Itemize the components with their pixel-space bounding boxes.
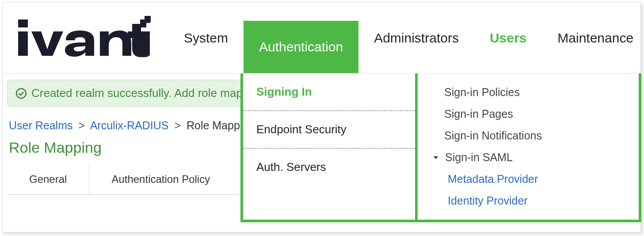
topbar: System Authentication Administrators Use…: [3, 3, 640, 74]
authentication-dropdown: Signing In Endpoint Security Auth. Serve…: [240, 74, 641, 222]
submenu-identity-provider[interactable]: Identity Provider: [431, 190, 625, 212]
menu-endpoint-security[interactable]: Endpoint Security: [243, 111, 415, 149]
submenu-signin-policies[interactable]: Sign-in Policies: [431, 81, 625, 103]
nav-system[interactable]: System: [168, 3, 244, 73]
main-nav: System Authentication Administrators Use…: [168, 3, 644, 73]
menu-auth-servers[interactable]: Auth. Servers: [243, 149, 415, 214]
submenu-signin-pages[interactable]: Sign-in Pages: [431, 103, 625, 125]
breadcrumb-arculix-radius[interactable]: Arculix-RADIUS: [90, 119, 169, 132]
breadcrumb-separator: >: [76, 119, 88, 132]
tab-general[interactable]: General: [7, 164, 89, 194]
submenu-signin-saml[interactable]: Sign-in SAML: [431, 147, 625, 168]
submenu-signin-notifications[interactable]: Sign-in Notifications: [431, 125, 625, 147]
svg-rect-2: [140, 31, 150, 56]
dropdown-left-column: Signing In Endpoint Security Auth. Serve…: [243, 74, 418, 220]
menu-signing-in[interactable]: Signing In: [243, 74, 415, 111]
breadcrumb-user-realms[interactable]: User Realms: [9, 119, 72, 132]
app-window: System Authentication Administrators Use…: [2, 2, 641, 232]
logo: [3, 7, 168, 69]
svg-rect-1: [18, 31, 28, 56]
nav-authentication[interactable]: Authentication: [244, 21, 358, 73]
chevron-down-icon: [431, 154, 441, 162]
submenu-metadata-provider[interactable]: Metadata Provider: [431, 168, 625, 190]
breadcrumb-separator: >: [171, 119, 183, 132]
alert-message: Created realm successfully. Add role map: [31, 86, 243, 100]
dropdown-right-column: Sign-in Policies Sign-in Pages Sign-in N…: [418, 74, 639, 220]
ivanti-logo-icon: [14, 16, 151, 60]
nav-users[interactable]: Users: [474, 3, 542, 73]
submenu-signin-saml-label: Sign-in SAML: [445, 151, 513, 164]
tab-authentication-policy[interactable]: Authentication Policy: [89, 164, 232, 194]
svg-point-5: [16, 89, 26, 98]
nav-administrators[interactable]: Administrators: [358, 3, 474, 73]
svg-rect-0: [18, 19, 28, 27]
nav-maintenance[interactable]: Maintenance: [542, 3, 644, 73]
svg-rect-4: [145, 16, 151, 22]
check-circle-icon: [15, 88, 27, 99]
